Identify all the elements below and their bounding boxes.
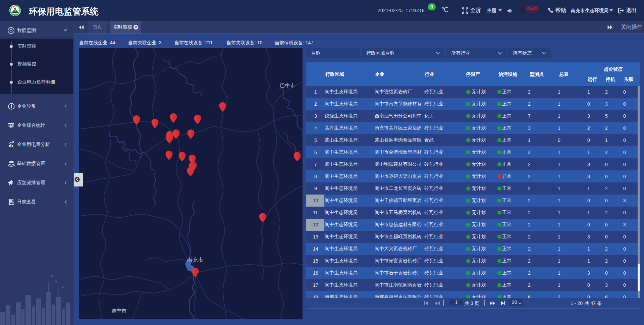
svg-text:遂宁市: 遂宁市 — [111, 308, 126, 314]
svg-text:巴中市: 巴中市 — [280, 83, 295, 88]
svg-text:南充市: 南充市 — [187, 257, 203, 263]
